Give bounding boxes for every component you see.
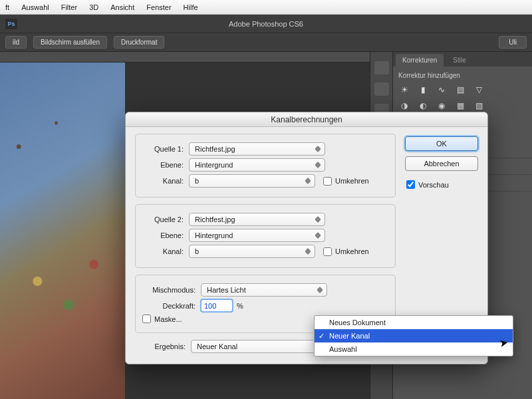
blend-mode-select[interactable]: Hartes Licht (201, 283, 327, 297)
lookup-icon[interactable]: ▧ (473, 100, 485, 111)
photo-filter-icon[interactable]: ◉ (436, 100, 448, 111)
exposure-icon[interactable]: ▤ (454, 84, 466, 95)
channel-label: Kanal: (142, 177, 189, 185)
hue-icon[interactable]: ◑ (398, 100, 410, 111)
dropdown-option-new-document[interactable]: Neues Dokument (315, 316, 513, 329)
curves-icon[interactable]: ∿ (436, 84, 448, 95)
options-bar: ild Bildschirm ausfüllen Druckformat Uli (0, 33, 532, 52)
menu-item[interactable]: Fenster (146, 3, 171, 11)
vibrance-icon[interactable]: ▽ (473, 84, 485, 95)
calculations-dialog: Kanalberechnungen Quelle 1: Richtfest.jp… (125, 112, 488, 364)
result-dropdown[interactable]: Neues Dokument Neuer Kanal Auswahl (314, 315, 513, 356)
result-label: Ergebnis: (135, 342, 191, 350)
source1-layer-select[interactable]: Hintergrund (189, 158, 325, 172)
source2-group: Quelle 2: Richtfest.jpg Ebene: Hintergru… (135, 204, 396, 268)
opacity-label: Deckkraft: (142, 302, 201, 310)
source1-channel-select[interactable]: b (189, 174, 315, 188)
source2-channel-select[interactable]: b (189, 245, 315, 258)
panel-tabs: Korrekturen Stile (393, 52, 532, 66)
dropdown-option-selection[interactable]: Auswahl (315, 342, 513, 356)
ruler-horizontal (0, 52, 392, 63)
mask-checkbox[interactable]: Maske... (142, 315, 182, 323)
app-title-bar: Ps Adobe Photoshop CS6 (0, 15, 532, 33)
source1-group: Quelle 1: Richtfest.jpg Ebene: Hintergru… (135, 134, 396, 198)
layer-label: Ebene: (142, 161, 189, 169)
source1-label: Quelle 1: (142, 145, 189, 153)
panel-icon[interactable] (374, 61, 389, 74)
app-title: Adobe Photoshop CS6 (229, 20, 303, 28)
channel-mixer-icon[interactable]: ▦ (454, 100, 466, 111)
toolbar-button[interactable]: ild (5, 36, 27, 49)
brightness-icon[interactable]: ☀ (398, 84, 410, 95)
add-adjustment-label: Korrektur hinzufügen (398, 72, 527, 79)
source2-select[interactable]: Richtfest.jpg (189, 213, 325, 226)
cancel-button[interactable]: Abbrechen (405, 156, 478, 171)
tab-styles[interactable]: Stile (446, 54, 472, 66)
ps-logo: Ps (5, 19, 17, 29)
percent-label: % (237, 302, 243, 310)
toolbar-button-fit-screen[interactable]: Bildschirm ausfüllen (33, 36, 107, 49)
blend-label: Mischmodus: (142, 286, 201, 294)
tab-adjustments[interactable]: Korrekturen (396, 54, 444, 66)
levels-icon[interactable]: ▮ (417, 84, 429, 95)
menu-item[interactable]: 3D (89, 3, 98, 11)
channel-label: Kanal: (142, 247, 189, 255)
source2-layer-select[interactable]: Hintergrund (189, 229, 325, 242)
document-canvas[interactable] (0, 63, 125, 399)
source1-select[interactable]: Richtfest.jpg (189, 142, 325, 156)
workspace-switcher[interactable]: Uli (499, 36, 527, 49)
menu-item[interactable]: Auswahl (21, 3, 49, 11)
layer-label: Ebene: (142, 231, 189, 239)
source2-invert-checkbox[interactable]: Umkehren (323, 247, 369, 256)
dropdown-option-new-channel[interactable]: Neuer Kanal (315, 329, 513, 342)
source1-invert-checkbox[interactable]: Umkehren (323, 177, 369, 186)
bw-icon[interactable]: ◐ (417, 100, 429, 111)
menu-item[interactable]: Ansicht (110, 3, 134, 11)
menu-item[interactable]: Filter (61, 3, 77, 11)
toolbar-button-print-size[interactable]: Druckformat (114, 36, 164, 49)
menu-item[interactable]: ft (5, 3, 9, 11)
dialog-title: Kanalberechnungen (126, 112, 487, 127)
panel-icon[interactable] (374, 82, 389, 96)
source2-label: Quelle 2: (142, 215, 189, 223)
menubar: ft Auswahl Filter 3D Ansicht Fenster Hil… (0, 0, 532, 15)
preview-checkbox[interactable]: Vorschau (406, 180, 478, 189)
ok-button[interactable]: OK (405, 136, 478, 151)
opacity-input[interactable] (201, 299, 233, 312)
menu-item[interactable]: Hilfe (184, 3, 198, 11)
